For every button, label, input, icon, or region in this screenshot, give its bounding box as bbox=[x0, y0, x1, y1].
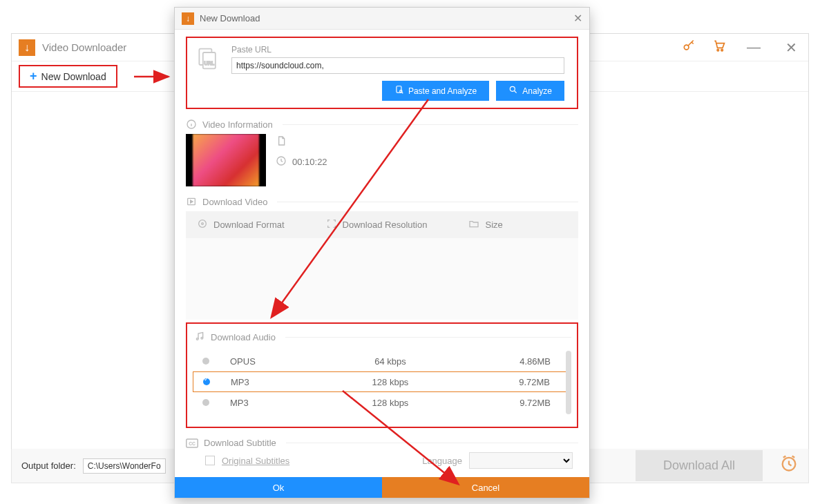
svg-rect-8 bbox=[397, 86, 401, 93]
analyze-button[interactable]: Analyze bbox=[496, 81, 564, 101]
new-download-dialog: ↓ New Download ✕ URL Paste URL Paste and… bbox=[174, 7, 590, 498]
svg-text:CC: CC bbox=[189, 441, 196, 446]
analyze-label: Analyze bbox=[522, 86, 552, 96]
download-video-empty bbox=[186, 238, 578, 320]
document-icon bbox=[276, 135, 287, 148]
schedule-icon[interactable] bbox=[779, 454, 799, 478]
output-folder-input[interactable] bbox=[83, 458, 166, 474]
download-audio-heading: Download Audio bbox=[193, 331, 571, 344]
video-title-line bbox=[276, 135, 578, 148]
minimize-button[interactable]: — bbox=[743, 39, 765, 55]
svg-point-15 bbox=[202, 223, 204, 225]
audio-bitrate: 128 kbps bbox=[314, 377, 467, 387]
cart-icon[interactable] bbox=[712, 39, 726, 56]
svg-point-10 bbox=[511, 86, 515, 91]
svg-text:URL: URL bbox=[204, 60, 214, 66]
key-icon[interactable] bbox=[682, 39, 696, 56]
download-video-heading: Download Video bbox=[186, 196, 578, 207]
folder-icon bbox=[468, 218, 479, 231]
new-download-label: New Download bbox=[41, 71, 106, 82]
radio-icon bbox=[202, 358, 209, 365]
video-duration-line: 00:10:22 bbox=[276, 155, 578, 168]
video-info-row: 00:10:22 bbox=[186, 134, 578, 186]
svg-point-1 bbox=[717, 49, 719, 51]
video-thumbnail bbox=[186, 134, 266, 186]
dialog-logo-icon: ↓ bbox=[182, 12, 194, 25]
subtitle-row: Original Subtitles Language bbox=[186, 452, 578, 469]
disc-icon bbox=[197, 218, 208, 231]
svg-point-16 bbox=[196, 338, 198, 340]
audio-row[interactable]: MP3128 kbps9.72MB bbox=[193, 392, 571, 413]
audio-bitrate: 128 kbps bbox=[313, 398, 468, 408]
audio-size: 4.86MB bbox=[468, 356, 551, 367]
url-section: URL Paste URL Paste and Analyze Analyze bbox=[186, 37, 578, 109]
download-subtitle-heading: CC Download Subtitle bbox=[186, 438, 578, 448]
paste-and-analyze-button[interactable]: Paste and Analyze bbox=[382, 81, 489, 101]
audio-scrollbar[interactable] bbox=[566, 351, 571, 414]
music-note-icon bbox=[194, 331, 205, 344]
cc-icon: CC bbox=[186, 438, 198, 448]
url-files-icon: URL bbox=[194, 45, 222, 72]
svg-point-0 bbox=[684, 45, 689, 50]
audio-row[interactable]: MP3128 kbps9.72MB bbox=[193, 371, 571, 392]
close-button[interactable]: ✕ bbox=[781, 39, 801, 56]
new-download-button[interactable]: + New Download bbox=[19, 65, 117, 88]
clipboard-search-icon bbox=[394, 85, 404, 97]
paste-analyze-label: Paste and Analyze bbox=[408, 86, 477, 96]
col-resolution: Download Resolution bbox=[326, 218, 428, 231]
download-audio-section: Download Audio OPUS64 kbps4.86MBMP3128 k… bbox=[186, 322, 578, 428]
app-logo-icon: ↓ bbox=[19, 39, 35, 56]
paste-url-label: Paste URL bbox=[231, 45, 564, 55]
dialog-titlebar: ↓ New Download ✕ bbox=[175, 8, 589, 30]
dialog-title: New Download bbox=[200, 13, 260, 23]
video-play-icon bbox=[186, 196, 197, 207]
audio-bitrate: 64 kbps bbox=[313, 356, 468, 367]
info-icon bbox=[186, 119, 197, 130]
cancel-button[interactable]: Cancel bbox=[382, 477, 589, 498]
video-duration: 00:10:22 bbox=[292, 157, 327, 167]
svg-point-17 bbox=[201, 337, 203, 339]
output-folder-label: Output folder: bbox=[21, 461, 76, 471]
dialog-footer: Ok Cancel bbox=[175, 477, 589, 498]
col-size: Size bbox=[468, 218, 502, 231]
url-input[interactable] bbox=[231, 57, 564, 74]
app-title: Video Downloader bbox=[42, 41, 126, 53]
audio-format: MP3 bbox=[231, 377, 314, 387]
video-info-heading: Video Information bbox=[186, 119, 578, 130]
download-video-header-bar: Download Format Download Resolution Size bbox=[186, 211, 578, 238]
expand-icon bbox=[326, 218, 337, 231]
search-icon bbox=[508, 85, 518, 97]
language-select[interactable] bbox=[469, 452, 573, 469]
download-all-button[interactable]: Download All bbox=[636, 450, 763, 481]
clock-icon bbox=[276, 155, 287, 168]
radio-icon bbox=[202, 399, 209, 406]
plus-icon: + bbox=[30, 69, 37, 84]
radio-icon bbox=[203, 378, 210, 385]
language-label: Language bbox=[422, 456, 462, 466]
original-subtitles-checkbox[interactable] bbox=[205, 456, 215, 465]
svg-point-2 bbox=[721, 49, 723, 51]
ok-button[interactable]: Ok bbox=[175, 477, 382, 498]
video-title bbox=[292, 137, 295, 147]
audio-row[interactable]: OPUS64 kbps4.86MB bbox=[193, 351, 571, 371]
audio-format: OPUS bbox=[230, 356, 313, 367]
audio-list: OPUS64 kbps4.86MBMP3128 kbps9.72MBMP3128… bbox=[193, 351, 571, 413]
svg-point-14 bbox=[199, 220, 207, 228]
dialog-close-button[interactable]: ✕ bbox=[573, 12, 582, 25]
col-format: Download Format bbox=[197, 218, 285, 231]
audio-size: 9.72MB bbox=[467, 377, 550, 387]
audio-format: MP3 bbox=[230, 398, 313, 408]
original-subtitles-label: Original Subtitles bbox=[222, 456, 289, 466]
audio-size: 9.72MB bbox=[468, 398, 551, 408]
